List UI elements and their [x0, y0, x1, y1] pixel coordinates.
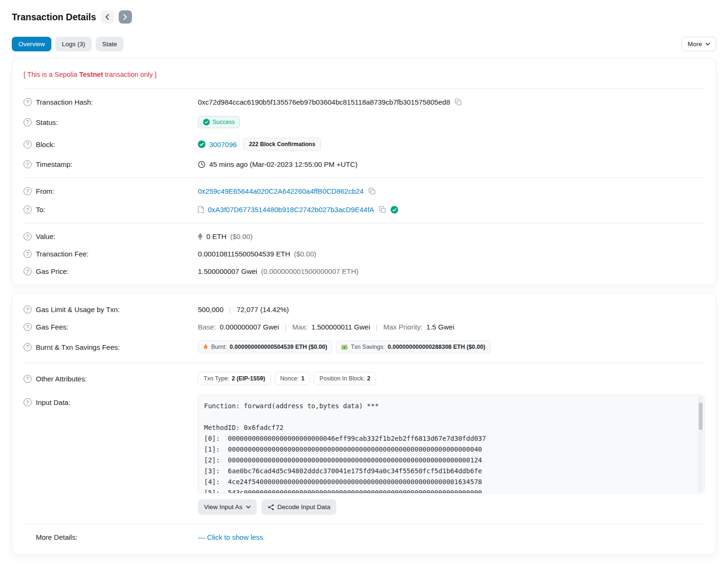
copy-hash-button[interactable]: [454, 98, 463, 107]
details-card: Gas Limit & Usage by Txn: 500,000 | 72,0…: [12, 293, 716, 555]
help-icon[interactable]: [24, 232, 32, 240]
help-icon[interactable]: [24, 250, 32, 258]
divider: [24, 177, 704, 178]
help-icon[interactable]: [24, 140, 32, 148]
input-data-code: Function: forward(address to,bytes data)…: [198, 395, 704, 494]
other-attributes-row: Other Attributes: Txn Type: 2 (EIP-1559)…: [12, 367, 716, 390]
block-confirmations-badge: 222 Block Confirmations: [243, 138, 321, 151]
page-header: Transaction Details: [12, 10, 716, 24]
help-icon[interactable]: [24, 343, 32, 351]
status-badge: Success: [198, 116, 240, 128]
savings-icon: [341, 344, 348, 350]
more-button[interactable]: More: [681, 37, 716, 51]
from-row: From: 0x259c49E65644a020C2A642260a4ffB0C…: [12, 182, 716, 200]
transaction-fee-amount: 0.000108115500504539 ETH: [198, 250, 290, 258]
input-data-row: Input Data: Function: forward(address to…: [12, 390, 716, 519]
gas-price-eth: (0.000000001500000007 ETH): [261, 267, 359, 275]
gas-limit-row: Gas Limit & Usage by Txn: 500,000 | 72,0…: [12, 298, 716, 318]
more-details-label: More Details:: [24, 533, 198, 541]
block-row: Block: 3007096 222 Block Confirmations: [12, 133, 716, 156]
help-icon[interactable]: [24, 187, 32, 195]
gas-price-row: Gas Price: 1.500000007 Gwei (0.000000001…: [12, 263, 716, 280]
chevron-down-icon: [246, 505, 251, 509]
block-number-link[interactable]: 3007096: [209, 140, 237, 148]
help-icon[interactable]: [24, 118, 32, 126]
transaction-hash-row: Transaction Hash: 0xc72d984ccac6190b5f13…: [12, 93, 716, 111]
copy-to-button[interactable]: [378, 205, 387, 214]
gas-fee-max-priority: 1.5 Gwei: [426, 323, 454, 331]
copy-icon: [455, 99, 462, 106]
burnt-fees-row: Burnt & Txn Savings Fees: Burnt: 0.00000…: [12, 336, 716, 358]
check-circle-icon: [198, 140, 205, 148]
page-title: Transaction Details: [12, 12, 96, 23]
status-row: Status: Success: [12, 111, 716, 133]
gas-fee-max: 1.500000011 Gwei: [311, 323, 370, 331]
help-icon[interactable]: [24, 398, 32, 406]
copy-icon: [368, 188, 376, 195]
divider: [24, 363, 704, 363]
txn-savings-badge: Txn Savings: 0.000000000000288308 ETH ($…: [336, 340, 490, 354]
copy-from-button[interactable]: [368, 187, 376, 196]
clock-icon: [198, 161, 205, 168]
decode-icon: [268, 504, 274, 511]
eth-icon: [198, 233, 203, 240]
timestamp-value: 45 mins ago (Mar-02-2023 12:55:00 PM +UT…: [209, 160, 358, 168]
help-icon[interactable]: [24, 98, 32, 106]
testnet-notice: [ This is a Sepolia Testnet transaction …: [12, 63, 716, 84]
show-less-link[interactable]: — Click to show less: [198, 533, 263, 541]
divider: [24, 223, 704, 223]
contract-file-icon: [198, 206, 204, 213]
flame-icon: [203, 344, 208, 350]
transaction-hash-value: 0xc72d984ccac6190b5f135576eb97b03604bc81…: [198, 98, 450, 106]
gas-fee-base: 0.000000007 Gwei: [220, 323, 279, 331]
chevron-down-icon: [705, 42, 710, 46]
prev-transaction-button[interactable]: [101, 10, 114, 24]
value-row: Value: 0 ETH ($0.00): [12, 228, 716, 245]
value-amount: 0 ETH: [206, 232, 227, 240]
tab-logs[interactable]: Logs (3): [55, 37, 92, 51]
help-icon[interactable]: [24, 160, 32, 168]
to-address-link[interactable]: 0xA3f07D6773514480b918C2742b027b3acD9E44…: [208, 206, 374, 214]
help-icon[interactable]: [24, 305, 32, 313]
next-transaction-button[interactable]: [119, 10, 132, 24]
gas-usage-value: 72,077 (14.42%): [237, 305, 289, 313]
gas-limit-value: 500,000: [198, 305, 223, 313]
tabs-bar: Overview Logs (3) State More: [12, 37, 716, 51]
chevron-left-icon: [105, 14, 109, 20]
txn-type-badge: Txn Type: 2 (EIP-1559): [198, 372, 271, 385]
view-input-as-button[interactable]: View Input As: [198, 499, 257, 515]
overview-card: [ This is a Sepolia Testnet transaction …: [12, 58, 716, 285]
scrollbar-thumb[interactable]: [699, 403, 703, 430]
divider: [24, 88, 704, 89]
position-in-block-badge: Position In Block: 2: [314, 372, 376, 385]
tab-state[interactable]: State: [96, 37, 124, 51]
gas-fees-row: Gas Fees: Base: 0.000000007 Gwei | Max: …: [12, 318, 716, 336]
more-details-row: More Details: — Click to show less: [12, 528, 716, 550]
input-data-scrollbar[interactable]: [698, 396, 703, 492]
burnt-badge: Burnt: 0.000000000000504539 ETH ($0.00): [198, 340, 332, 354]
transaction-details-page: Transaction Details Overview Logs (3) St…: [0, 0, 728, 574]
divider: [24, 524, 704, 524]
verified-check-circle-icon: [391, 206, 398, 214]
chevron-right-icon: [123, 14, 127, 20]
help-icon[interactable]: [24, 267, 32, 275]
nonce-badge: Nonce: 1: [275, 372, 311, 385]
timestamp-row: Timestamp: 45 mins ago (Mar-02-2023 12:5…: [12, 156, 716, 173]
tab-overview[interactable]: Overview: [12, 37, 51, 51]
decode-input-data-button[interactable]: Decode Input Data: [262, 499, 337, 515]
help-icon[interactable]: [24, 375, 32, 383]
transaction-fee-usd: ($0.00): [294, 250, 317, 258]
transaction-fee-row: Transaction Fee: 0.000108115500504539 ET…: [12, 245, 716, 263]
input-data-box[interactable]: Function: forward(address to,bytes data)…: [198, 395, 704, 494]
check-circle-icon: [203, 119, 210, 125]
gas-price-amount: 1.500000007 Gwei: [198, 267, 257, 275]
help-icon[interactable]: [24, 206, 32, 214]
txn-savings-value: 0.000000000000288308 ETH ($0.00): [388, 344, 485, 350]
copy-icon: [379, 206, 386, 213]
help-icon[interactable]: [24, 323, 32, 331]
value-usd: ($0.00): [230, 232, 253, 240]
burnt-value: 0.000000000000504539 ETH ($0.00): [229, 344, 327, 350]
from-address-link[interactable]: 0x259c49E65644a020C2A642260a4ffB0CD862cb…: [198, 187, 364, 195]
to-row: To: 0xA3f07D6773514480b918C2742b027b3acD…: [12, 200, 716, 219]
